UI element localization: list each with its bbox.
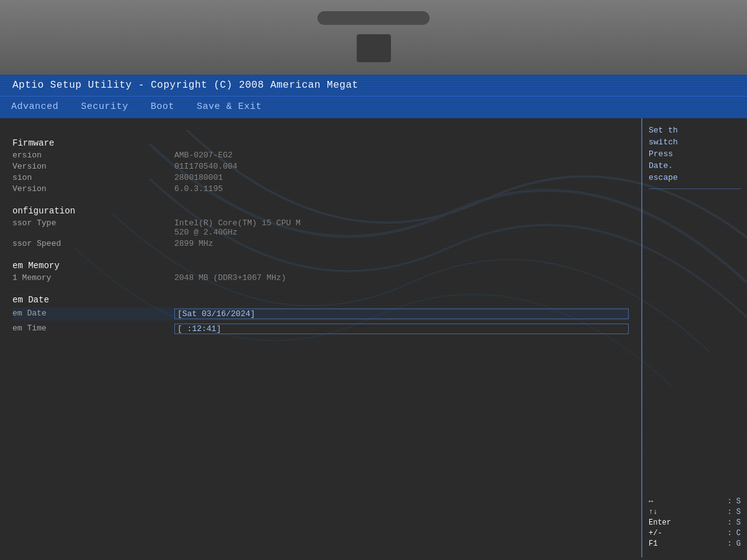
section-config-header: onfiguration — [12, 206, 629, 216]
bios-content: Firmware ersion AMB-0207-EG2 Version 01I… — [0, 118, 747, 558]
bios-titlebar: Aptio Setup Utility - Copyright (C) 2008… — [0, 75, 747, 96]
laptop-bezel — [0, 0, 747, 75]
table-row: ssor Speed 2899 MHz — [12, 239, 629, 248]
bios-help-panel: Set th switch Press Date. escape ↔ : S ↑… — [641, 118, 747, 558]
key-name: ↔ — [649, 497, 680, 506]
help-line-3: Press — [649, 149, 741, 159]
key-desc: : S — [727, 508, 741, 516]
help-line-2: switch — [649, 138, 741, 147]
row-value: AMB-0207-EG2 — [174, 151, 629, 160]
menu-item-advanced[interactable]: Advanced — [0, 100, 70, 113]
help-line-5: escape — [649, 173, 741, 182]
table-row[interactable]: em Date [Sat 03/16/2024] — [12, 307, 629, 320]
key-row-arrows-lr: ↔ : S — [649, 497, 741, 506]
table-row: Version 01I170540.004 — [12, 162, 629, 171]
row-label: em Date — [12, 309, 174, 319]
bios-menubar: Advanced Security Boot Save & Exit — [0, 96, 747, 118]
key-name: ↑↓ — [649, 508, 680, 516]
row-label: Version — [12, 162, 174, 171]
row-value: 2800180001 — [174, 173, 629, 182]
key-row-enter: Enter : S — [649, 518, 741, 527]
help-line-1: Set th — [649, 126, 741, 135]
key-desc: : S — [727, 497, 741, 506]
help-line-4: Date. — [649, 161, 741, 170]
laptop-hinge — [317, 11, 430, 25]
row-label: ersion — [12, 151, 174, 160]
key-legend: ↔ : S ↑↓ : S Enter : S +/- : C — [649, 495, 741, 550]
row-label: em Time — [12, 324, 174, 334]
row-value: 2899 MHz — [174, 239, 629, 248]
key-name: Enter — [649, 518, 680, 527]
menu-item-save-exit[interactable]: Save & Exit — [186, 100, 273, 113]
key-name: F1 — [649, 539, 680, 548]
key-row-arrows-ud: ↑↓ : S — [649, 508, 741, 516]
section-datetime-header: em Date — [12, 295, 629, 305]
key-desc: : G — [727, 539, 741, 548]
row-label: Version — [12, 184, 174, 194]
row-label: sion — [12, 173, 174, 182]
table-row: ssor Type Intel(R) Core(TM) i5 CPU M 520… — [12, 218, 629, 237]
row-label: 1 Memory — [12, 273, 174, 282]
date-value[interactable]: [Sat 03/16/2024] — [174, 309, 629, 319]
help-divider — [649, 189, 741, 189]
menu-item-boot[interactable]: Boot — [139, 100, 186, 113]
row-value: Intel(R) Core(TM) i5 CPU M 520 @ 2.40GHz — [174, 218, 629, 237]
row-value: 2048 MB (DDR3+1067 MHz) — [174, 273, 629, 282]
table-row[interactable]: em Time [ :12:41] — [12, 322, 629, 335]
bios-main-panel: Firmware ersion AMB-0207-EG2 Version 01I… — [0, 118, 641, 558]
section-firmware-header: Firmware — [12, 138, 629, 148]
key-row-plusminus: +/- : C — [649, 529, 741, 538]
key-desc: : S — [727, 518, 741, 527]
laptop-camera — [357, 34, 391, 62]
titlebar-text: Aptio Setup Utility - Copyright (C) 2008… — [12, 80, 359, 91]
key-name: +/- — [649, 529, 680, 538]
table-row: 1 Memory 2048 MB (DDR3+1067 MHz) — [12, 273, 629, 282]
table-row: sion 2800180001 — [12, 173, 629, 182]
table-row: ersion AMB-0207-EG2 — [12, 151, 629, 160]
row-value: 01I170540.004 — [174, 162, 629, 171]
key-row-f1: F1 : G — [649, 539, 741, 548]
section-memory-header: em Memory — [12, 261, 629, 271]
row-label: ssor Type — [12, 218, 174, 237]
menu-item-security[interactable]: Security — [70, 100, 139, 113]
time-value[interactable]: [ :12:41] — [174, 324, 629, 334]
row-value: 6.0.3.1195 — [174, 184, 629, 194]
row-label: ssor Speed — [12, 239, 174, 248]
key-desc: : C — [727, 529, 741, 538]
bios-screen: Aptio Setup Utility - Copyright (C) 2008… — [0, 75, 747, 560]
screen-container: Aptio Setup Utility - Copyright (C) 2008… — [0, 75, 747, 560]
table-row: Version 6.0.3.1195 — [12, 184, 629, 194]
